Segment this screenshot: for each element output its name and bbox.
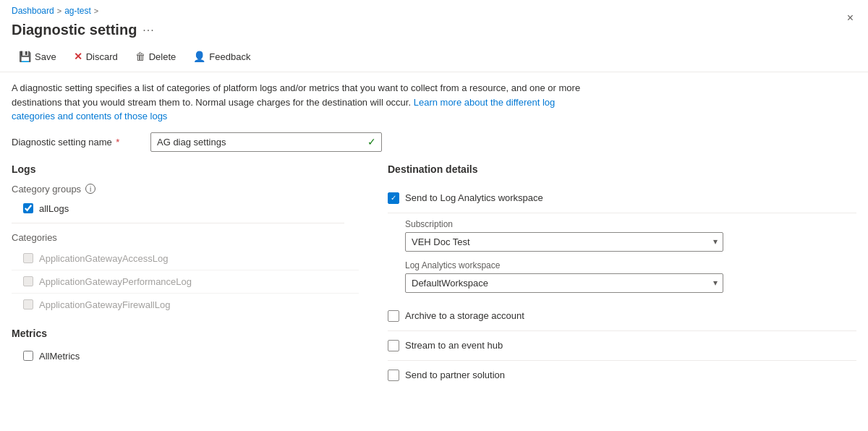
breadcrumb-ag-test[interactable]: ag-test: [64, 6, 91, 16]
breadcrumb-sep-1: >: [57, 7, 61, 15]
category-label-0: ApplicationGatewayAccessLog: [39, 253, 169, 264]
logs-section: Logs Category groups i allLogs Categorie…: [12, 163, 359, 316]
category-item-1: ApplicationGatewayPerformanceLog: [12, 270, 359, 294]
archive-storage-label: Archive to a storage account: [405, 310, 524, 321]
delete-icon: 🗑: [135, 51, 145, 62]
setting-name-label: Diagnostic setting name *: [12, 137, 142, 148]
more-options-icon[interactable]: ···: [142, 24, 154, 37]
partner-solution-checkbox[interactable]: [388, 370, 399, 381]
breadcrumb: Dashboard > ag-test >: [0, 0, 868, 19]
partner-solution-item: Send to partner solution: [388, 361, 856, 390]
metrics-title: Metrics: [12, 328, 359, 339]
destination-details-title: Destination details: [388, 163, 856, 175]
delete-label: Delete: [149, 51, 176, 62]
stream-event-hub-item: Stream to an event hub: [388, 331, 856, 361]
logs-title: Logs: [12, 163, 359, 175]
category-item-2: ApplicationGatewayFirewallLog: [12, 294, 359, 316]
subscription-label: Subscription: [405, 219, 856, 229]
page-title: Diagnostic setting: [12, 22, 137, 38]
save-icon: 💾: [19, 51, 31, 62]
log-analytics-destination: ✓ Send to Log Analytics workspace Subscr…: [388, 184, 856, 302]
delete-button[interactable]: 🗑 Delete: [128, 47, 184, 66]
all-metrics-label: AllMetrics: [39, 351, 80, 362]
all-logs-checkbox[interactable]: [23, 203, 33, 213]
feedback-button[interactable]: 👤 Feedback: [186, 47, 258, 66]
title-bar: Diagnostic setting ···: [0, 19, 868, 44]
category-checkbox-1: [23, 276, 33, 286]
category-label-1: ApplicationGatewayPerformanceLog: [39, 276, 192, 287]
discard-icon: ✕: [74, 51, 82, 62]
log-analytics-workspace-dropdown[interactable]: DefaultWorkspace: [405, 273, 723, 293]
breadcrumb-sep-2: >: [94, 7, 98, 15]
setting-name-input[interactable]: [150, 132, 382, 152]
input-valid-icon: ✓: [367, 136, 376, 148]
save-button[interactable]: 💾 Save: [12, 47, 64, 66]
stream-event-hub-label: Stream to an event hub: [405, 340, 503, 351]
setting-name-input-wrapper: ✓: [150, 132, 382, 152]
archive-storage-checkbox[interactable]: [388, 310, 399, 322]
category-groups-label: Category groups: [12, 184, 81, 195]
metrics-section: Metrics AllMetrics: [12, 328, 359, 364]
all-logs-label: allLogs: [39, 203, 69, 214]
category-item-0: ApplicationGatewayAccessLog: [12, 247, 359, 270]
categories-label: Categories: [12, 232, 359, 243]
discard-button[interactable]: ✕ Discard: [67, 47, 125, 66]
breadcrumb-dashboard[interactable]: Dashboard: [12, 6, 54, 16]
archive-storage-item: Archive to a storage account: [388, 302, 856, 331]
category-checkbox-0: [23, 253, 33, 263]
discard-label: Discard: [86, 51, 118, 62]
log-analytics-workspace-dropdown-wrapper: DefaultWorkspace ▾: [405, 273, 723, 293]
setting-name-row: Diagnostic setting name * ✓: [0, 129, 868, 161]
feedback-label: Feedback: [209, 51, 250, 62]
all-metrics-checkbox[interactable]: [23, 351, 33, 361]
info-icon[interactable]: i: [85, 184, 95, 194]
save-label: Save: [35, 51, 56, 62]
required-indicator: *: [114, 137, 120, 148]
description: A diagnostic setting specifies a list of…: [0, 72, 600, 129]
main-content: Logs Category groups i allLogs Categorie…: [0, 161, 868, 390]
all-logs-item: allLogs: [12, 200, 359, 217]
log-analytics-workspace-label: Log Analytics workspace: [405, 260, 856, 270]
logs-divider: [12, 223, 344, 223]
toolbar: 💾 Save ✕ Discard 🗑 Delete 👤 Feedback: [0, 44, 868, 72]
left-panel: Logs Category groups i allLogs Categorie…: [12, 161, 359, 390]
category-checkbox-2: [23, 299, 33, 310]
right-panel: Destination details ✓ Send to Log Analyt…: [388, 161, 856, 390]
close-button[interactable]: ×: [844, 9, 856, 27]
subscription-section: Subscription VEH Doc Test ▾: [388, 213, 856, 255]
feedback-icon: 👤: [193, 51, 205, 62]
send-to-log-analytics-item: ✓ Send to Log Analytics workspace: [388, 184, 856, 213]
category-groups-row: Category groups i: [12, 184, 359, 195]
log-analytics-label: Send to Log Analytics workspace: [405, 192, 543, 203]
subscription-dropdown-wrapper: VEH Doc Test ▾: [405, 232, 723, 252]
log-analytics-checkbox[interactable]: ✓: [388, 192, 399, 204]
log-analytics-workspace-section: Log Analytics workspace DefaultWorkspace…: [388, 255, 856, 302]
partner-solution-label: Send to partner solution: [405, 370, 505, 380]
stream-event-hub-checkbox[interactable]: [388, 340, 399, 351]
all-metrics-item: AllMetrics: [12, 348, 359, 364]
category-label-2: ApplicationGatewayFirewallLog: [39, 299, 170, 310]
subscription-dropdown[interactable]: VEH Doc Test: [405, 232, 723, 252]
